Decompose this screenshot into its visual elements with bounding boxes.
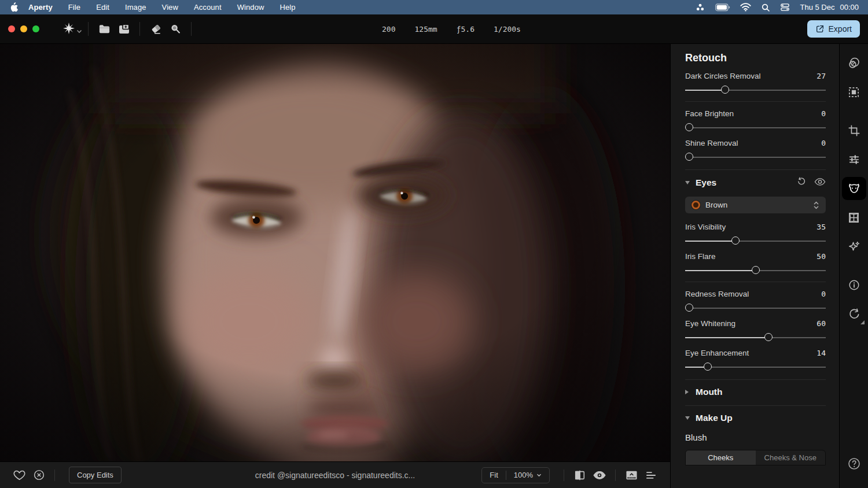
- spotlight-search-icon[interactable]: [761, 3, 770, 12]
- exif-aperture: ƒ5.6: [457, 25, 475, 34]
- slider-value: 14: [816, 349, 826, 357]
- slider-label: Iris Flare: [685, 252, 716, 261]
- status-dots-icon[interactable]: [695, 2, 705, 13]
- slider-label: Dark Circles Removal: [685, 72, 761, 80]
- slider-knob[interactable]: [731, 236, 740, 245]
- disclosure-triangle-icon[interactable]: [685, 181, 690, 184]
- eraser-tool-button[interactable]: [146, 19, 165, 39]
- edits-list-icon[interactable]: [641, 465, 661, 485]
- slider-track[interactable]: [685, 363, 826, 371]
- slider-eye-enhancement: Eye Enhancement 14: [685, 349, 826, 371]
- enhance-star-button[interactable]: [59, 19, 79, 39]
- disclosure-triangle-icon[interactable]: [685, 390, 689, 394]
- control-center-icon[interactable]: [780, 2, 790, 12]
- slider-value: 0: [821, 109, 826, 118]
- canvas-selection-icon[interactable]: [842, 80, 866, 103]
- battery-icon[interactable]: [715, 3, 730, 12]
- menu-file[interactable]: File: [68, 3, 80, 12]
- section-title[interactable]: Make Up: [696, 413, 733, 423]
- slider-knob[interactable]: [752, 266, 760, 274]
- section-title[interactable]: Eyes: [696, 178, 716, 188]
- wifi-icon[interactable]: [740, 3, 751, 12]
- add-image-button[interactable]: [114, 19, 134, 39]
- effects-sparkle-icon[interactable]: [842, 235, 866, 258]
- history-undo-icon[interactable]: [842, 302, 866, 326]
- slider-knob[interactable]: [685, 123, 693, 131]
- tab-cheeks-and-nose[interactable]: Cheeks & Nose: [756, 450, 826, 465]
- slider-track[interactable]: [685, 236, 826, 245]
- slider-track[interactable]: [685, 86, 826, 94]
- slider-track[interactable]: [685, 153, 826, 161]
- face-retouch-icon[interactable]: [842, 177, 866, 200]
- menu-image[interactable]: Image: [125, 3, 146, 12]
- filmstrip-panel-icon[interactable]: [621, 465, 641, 485]
- loupe-tool-button[interactable]: [165, 19, 185, 39]
- slider-track[interactable]: [685, 266, 826, 275]
- presets-lens-icon[interactable]: [842, 51, 866, 75]
- slider-label: Eye Whitening: [685, 319, 735, 328]
- slider-knob[interactable]: [721, 86, 729, 94]
- blush-subsection-label: Blush: [685, 432, 826, 442]
- menu-edit[interactable]: Edit: [96, 3, 109, 12]
- iris-color-name: Brown: [705, 201, 727, 209]
- zoom-level-dropdown[interactable]: 100%: [506, 468, 549, 483]
- menu-help[interactable]: Help: [279, 3, 295, 12]
- iris-color-swatch: [692, 201, 700, 209]
- slider-face-brighten: Face Brighten 0: [685, 109, 826, 132]
- preview-eye-icon[interactable]: [590, 465, 609, 485]
- bottom-bar: Copy Edits credit @signatureeditsco - si…: [0, 461, 670, 488]
- slider-track[interactable]: [685, 333, 826, 342]
- zoom-controls: Fit 100%: [481, 467, 550, 483]
- image-canvas[interactable]: [0, 44, 670, 461]
- bottombar-divider: [54, 469, 55, 481]
- slider-knob[interactable]: [685, 304, 693, 312]
- slider-track[interactable]: [685, 304, 826, 312]
- toolbar-divider: [88, 22, 89, 36]
- open-folder-button[interactable]: [94, 19, 114, 39]
- menubar-clock[interactable]: Thu 5 Dec00:00: [800, 3, 859, 12]
- portrait-photo: [0, 44, 670, 461]
- app-window: Aperty File Edit Image View Account Wind…: [0, 0, 868, 488]
- menu-view[interactable]: View: [162, 3, 178, 12]
- export-button[interactable]: Export: [807, 20, 860, 38]
- enhance-dropdown-chevron-icon[interactable]: [76, 25, 82, 36]
- tab-cheeks[interactable]: Cheeks: [686, 450, 756, 465]
- favorite-heart-icon[interactable]: [9, 465, 29, 485]
- reject-circle-x-icon[interactable]: [29, 465, 49, 485]
- bottombar-divider: [615, 469, 616, 481]
- zoom-window-button[interactable]: [32, 25, 39, 32]
- close-window-button[interactable]: [8, 25, 15, 32]
- slider-label: Face Brighten: [685, 109, 734, 118]
- apple-menu-icon[interactable]: [9, 2, 18, 12]
- background-mesh-icon[interactable]: [842, 206, 866, 229]
- adjustments-icon[interactable]: [842, 148, 866, 171]
- minimize-window-button[interactable]: [20, 25, 27, 32]
- crop-tool-icon[interactable]: [842, 119, 866, 142]
- menu-window[interactable]: Window: [237, 3, 264, 12]
- reset-section-icon[interactable]: [797, 177, 806, 188]
- copy-edits-button[interactable]: Copy Edits: [69, 467, 122, 483]
- info-icon[interactable]: [842, 273, 866, 297]
- menu-account[interactable]: Account: [194, 3, 222, 12]
- section-visibility-eye-icon[interactable]: [814, 178, 826, 188]
- before-after-split-icon[interactable]: [570, 465, 590, 485]
- section-title[interactable]: Mouth: [696, 387, 722, 397]
- slider-label: Shine Removal: [685, 139, 738, 147]
- slider-knob[interactable]: [685, 153, 693, 161]
- slider-track[interactable]: [685, 123, 826, 132]
- section-mouth: Mouth: [685, 379, 826, 397]
- slider-label: Eye Enhancement: [685, 349, 749, 357]
- disclosure-triangle-icon[interactable]: [685, 416, 690, 420]
- blush-area-tabs: Cheeks Cheeks & Nose: [685, 450, 826, 465]
- image-filename: credit @signatureeditsco - signatureedit…: [255, 471, 415, 480]
- panel-title: Retouch: [685, 44, 826, 64]
- slider-knob[interactable]: [704, 363, 712, 371]
- fit-button[interactable]: Fit: [482, 468, 505, 483]
- help-icon[interactable]: [842, 452, 866, 475]
- retouch-panel: Retouch Dark Circles Removal 27 Face Bri…: [671, 44, 839, 488]
- menu-app-name[interactable]: Aperty: [28, 3, 53, 12]
- slider-redness-removal: Redness Removal 0: [685, 290, 826, 312]
- panel-divider: [685, 282, 826, 282]
- iris-color-dropdown[interactable]: Brown: [685, 197, 826, 213]
- slider-knob[interactable]: [764, 333, 773, 341]
